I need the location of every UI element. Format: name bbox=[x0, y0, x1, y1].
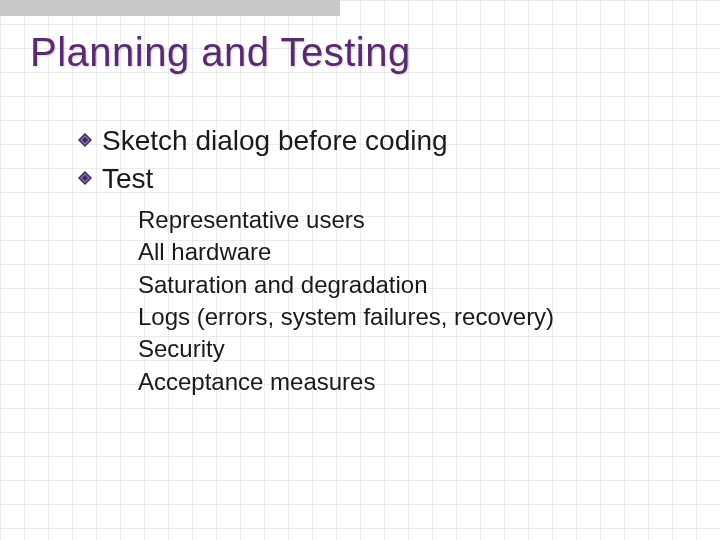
bullet-item: Test Representative users All hardware S… bbox=[78, 161, 690, 398]
bullet-item: Sketch dialog before coding bbox=[78, 123, 690, 159]
bullet-text: Test bbox=[102, 163, 153, 194]
sub-bullet-item: Representative users bbox=[138, 204, 690, 236]
sub-bullet-list: Representative users All hardware Satura… bbox=[102, 204, 690, 398]
slide-content: Planning and Testing Sketch dialog befor… bbox=[0, 0, 720, 398]
sub-bullet-item: Acceptance measures bbox=[138, 366, 690, 398]
sub-bullet-item: Saturation and degradation bbox=[138, 269, 690, 301]
bullet-text: Sketch dialog before coding bbox=[102, 125, 448, 156]
diamond-bullet-icon bbox=[78, 133, 92, 147]
sub-bullet-item: All hardware bbox=[138, 236, 690, 268]
slide-title: Planning and Testing bbox=[30, 30, 690, 75]
diamond-bullet-icon bbox=[78, 171, 92, 185]
sub-bullet-item: Security bbox=[138, 333, 690, 365]
bullet-list: Sketch dialog before coding Test Represe… bbox=[30, 123, 690, 398]
sub-bullet-item: Logs (errors, system failures, recovery) bbox=[138, 301, 690, 333]
